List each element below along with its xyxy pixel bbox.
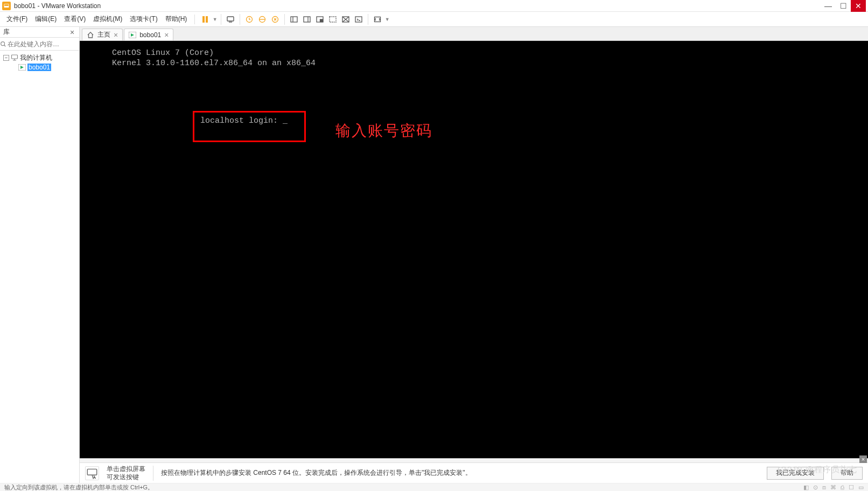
device-icon[interactable]: ⎙	[841, 484, 844, 491]
device-icon[interactable]: ⊙	[813, 484, 818, 491]
tree-vm-label: bobo01	[27, 64, 51, 71]
snapshot-manage-button[interactable]	[256, 13, 268, 25]
menubar: 文件(F) 编辑(E) 查看(V) 虚拟机(M) 选项卡(T) 帮助(H) ▼	[0, 12, 868, 27]
separator	[153, 466, 153, 481]
annotation-box	[193, 111, 306, 142]
svg-rect-17	[12, 55, 18, 59]
svg-rect-11	[320, 19, 323, 22]
tab-bar: 主页 × bobo01 ×	[80, 27, 868, 41]
collapse-icon[interactable]: −	[3, 55, 9, 61]
install-instruction: 按照在物理计算机中的步骤安装 CentOS 7 64 位。安装完成后，操作系统会…	[161, 468, 472, 478]
app-icon	[2, 2, 11, 10]
search-icon	[0, 41, 6, 47]
view-thumbnail-button[interactable]	[314, 13, 326, 25]
svg-rect-4	[227, 17, 234, 21]
minimize-button[interactable]: —	[821, 0, 836, 12]
sidebar-header: 库 ×	[0, 27, 79, 38]
svg-rect-1	[4, 4, 9, 6]
bar-close-button[interactable]: ×	[859, 455, 867, 463]
status-bar: 输入定向到该虚拟机，请在虚拟机内部单击或按 Ctrl+G。 ◧ ⊙ ⧈ ⌘ ⎙ …	[0, 483, 868, 491]
device-icon[interactable]: ⌘	[830, 484, 836, 491]
click-hint-text: 单击虚拟屏幕 可发送按键	[107, 465, 145, 481]
terminal-login-prompt: localhost login: _	[200, 116, 288, 125]
svg-rect-14	[355, 17, 362, 22]
tab-home-label: 主页	[97, 30, 110, 39]
main-area: 库 × ▼ − 我的计算机 bobo	[0, 27, 868, 483]
install-hint-bar: 单击虚拟屏幕 可发送按键 按照在物理计算机中的步骤安装 CentOS 7 64 …	[80, 462, 868, 483]
menu-file[interactable]: 文件(F)	[3, 13, 31, 25]
status-text: 输入定向到该虚拟机，请在虚拟机内部单击或按 Ctrl+G。	[4, 483, 153, 492]
tab-close-icon[interactable]: ×	[114, 31, 118, 39]
menu-view[interactable]: 查看(V)	[61, 13, 89, 25]
close-button[interactable]: ✕	[851, 0, 866, 12]
vm-icon	[18, 64, 26, 71]
tree-root-row[interactable]: − 我的计算机	[3, 53, 76, 62]
svg-rect-9	[304, 17, 310, 22]
svg-rect-2	[202, 16, 205, 23]
sidebar-title: 库	[3, 27, 10, 37]
search-input[interactable]	[6, 39, 89, 49]
fullscreen-button[interactable]	[327, 13, 339, 25]
tab-vm-label: bobo01	[139, 31, 161, 39]
menu-edit[interactable]: 编辑(E)	[32, 13, 60, 25]
view-split-right-button[interactable]	[301, 13, 313, 25]
tab-home[interactable]: 主页 ×	[82, 29, 123, 40]
terminal-line2: Kernel 3.10.0-1160.el7.x86_64 on an x86_…	[112, 59, 836, 69]
device-icon[interactable]: ⧈	[822, 484, 826, 491]
vm-tree: − 我的计算机 bobo01	[0, 51, 79, 74]
device-icon[interactable]: ▭	[858, 484, 864, 491]
pause-button[interactable]	[199, 13, 211, 25]
menu-tabs[interactable]: 选项卡(T)	[127, 13, 160, 25]
separator	[221, 14, 221, 25]
svg-rect-3	[206, 16, 208, 23]
computer-icon	[11, 54, 18, 61]
status-device-icons: ◧ ⊙ ⧈ ⌘ ⎙ ☐ ▭	[803, 484, 864, 491]
vm-tab-icon	[129, 31, 136, 39]
maximize-button[interactable]: ☐	[836, 0, 851, 12]
svg-rect-12	[330, 17, 336, 22]
snapshot-button[interactable]	[243, 13, 255, 25]
view-split-left-button[interactable]	[288, 13, 300, 25]
screen-click-icon	[85, 466, 99, 480]
menu-help[interactable]: 帮助(H)	[162, 13, 191, 25]
power-dropdown[interactable]: ▼	[212, 13, 218, 25]
sidebar: 库 × ▼ − 我的计算机 bobo	[0, 27, 80, 483]
svg-rect-22	[87, 469, 96, 475]
install-done-button[interactable]: 我已完成安装	[767, 467, 824, 480]
vm-console[interactable]: CentOS Linux 7 (Core) Kernel 3.10.0-1160…	[80, 41, 868, 458]
separator	[194, 15, 195, 24]
help-button[interactable]: 帮助	[831, 467, 863, 480]
sidebar-search: ▼	[0, 38, 79, 51]
annotation-text: 输入账号密码	[335, 121, 432, 141]
tree-root-label: 我的计算机	[20, 53, 52, 62]
menu-vm[interactable]: 虚拟机(M)	[90, 13, 125, 25]
send-ctrl-alt-del-button[interactable]	[225, 13, 236, 25]
console-button[interactable]	[353, 13, 365, 25]
separator	[240, 14, 240, 25]
device-icon[interactable]: ◧	[803, 484, 809, 491]
separator	[80, 458, 868, 462]
svg-rect-8	[291, 17, 297, 22]
separator	[284, 14, 285, 25]
content-area: 主页 × bobo01 × CentOS Linux 7 (Core) Kern…	[80, 27, 868, 483]
tree-vm-row[interactable]: bobo01	[18, 62, 76, 72]
terminal-line1: CentOS Linux 7 (Core)	[112, 48, 836, 59]
titlebar: bobo01 - VMware Workstation — ☐ ✕	[0, 0, 868, 12]
unity-button[interactable]	[340, 13, 352, 25]
device-icon[interactable]: ☐	[849, 484, 854, 491]
sidebar-close-button[interactable]: ×	[68, 29, 76, 36]
home-icon	[87, 31, 94, 39]
snapshot-revert-button[interactable]	[269, 13, 281, 25]
window-title: bobo01 - VMware Workstation	[14, 2, 101, 10]
stretch-button[interactable]	[372, 13, 383, 25]
tab-close-icon[interactable]: ×	[164, 31, 169, 39]
separator	[368, 14, 368, 25]
stretch-dropdown[interactable]: ▼	[384, 13, 390, 25]
svg-rect-15	[375, 17, 381, 22]
svg-point-16	[1, 41, 5, 45]
tab-vm[interactable]: bobo01 ×	[124, 29, 173, 40]
